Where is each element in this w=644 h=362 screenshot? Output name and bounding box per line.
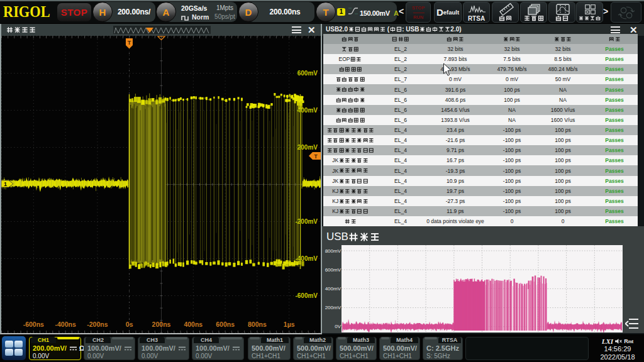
svg-text:400mV: 400mV	[297, 107, 318, 114]
svg-text:-600mV: -600mV	[295, 292, 318, 299]
svg-text:-600ns: -600ns	[23, 321, 44, 328]
svg-text:600ns: 600ns	[216, 321, 235, 328]
svg-text:800ns: 800ns	[248, 321, 267, 328]
svg-text:-400ns: -400ns	[55, 321, 75, 328]
svg-text:T: T	[128, 40, 131, 46]
svg-text:400ns: 400ns	[184, 321, 203, 328]
svg-text:1: 1	[4, 181, 7, 187]
svg-text:0s: 0s	[126, 321, 133, 328]
svg-text:1µs: 1µs	[284, 321, 295, 328]
svg-text:-200mV: -200mV	[295, 218, 318, 225]
svg-text:600mV: 600mV	[297, 70, 318, 77]
svg-text:-200ns: -200ns	[87, 321, 108, 328]
svg-text:200mV: 200mV	[297, 144, 318, 151]
svg-text:200ns: 200ns	[152, 321, 171, 328]
svg-text:-400mV: -400mV	[295, 255, 318, 262]
